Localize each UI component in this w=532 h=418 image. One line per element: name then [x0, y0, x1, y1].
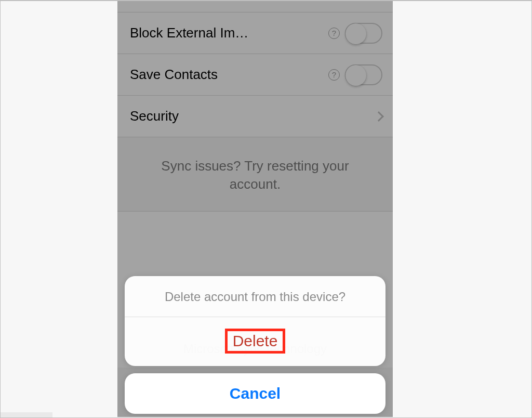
- action-sheet-card: Delete account from this device? Delete: [125, 276, 385, 366]
- delete-button[interactable]: Delete: [225, 329, 286, 354]
- cancel-card: Cancel: [125, 373, 385, 414]
- bottom-fade: [1, 412, 52, 417]
- action-sheet: Delete account from this device? Delete …: [125, 276, 385, 414]
- settings-screen: Block External Im… ? Save Contacts ? Sec…: [117, 1, 393, 417]
- cancel-button[interactable]: Cancel: [230, 385, 281, 402]
- action-sheet-title: Delete account from this device?: [125, 276, 385, 317]
- action-sheet-actions: Delete: [125, 317, 385, 366]
